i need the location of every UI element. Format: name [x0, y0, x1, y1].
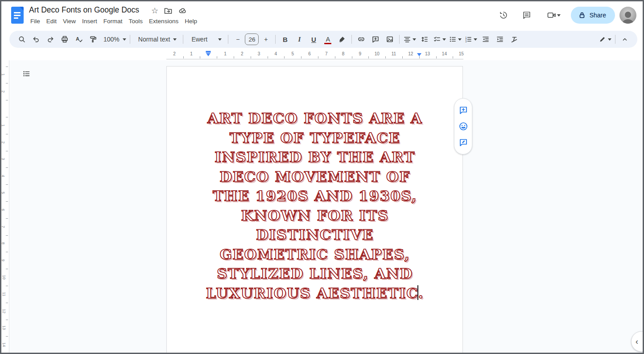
bold-button[interactable]: B: [279, 33, 291, 46]
hruler-number: 2: [241, 51, 244, 56]
highlight-color-button[interactable]: [336, 33, 348, 46]
search-menus-button[interactable]: [16, 33, 28, 46]
text-color-button[interactable]: A: [322, 33, 334, 46]
vruler-tick: [6, 83, 8, 83]
doc-line[interactable]: STYLIZED LINES, AND: [166, 264, 463, 284]
add-comment-button[interactable]: [370, 33, 381, 46]
increase-font-size-button[interactable]: +: [260, 33, 272, 46]
vruler-number: 8: [1, 242, 5, 245]
increase-indent-button[interactable]: [494, 33, 506, 46]
hruler-tick: [318, 56, 318, 58]
doc-line[interactable]: DECO MOVEMENT OF: [166, 167, 463, 187]
menu-item-file[interactable]: File: [27, 17, 43, 26]
hide-menus-button[interactable]: [619, 33, 631, 46]
share-button[interactable]: Share: [571, 7, 615, 24]
insert-image-button[interactable]: [384, 33, 396, 46]
paint-format-button[interactable]: [87, 33, 99, 46]
paragraph-style-select[interactable]: Normal text: [134, 33, 180, 46]
editing-mode-button[interactable]: [599, 33, 611, 46]
line-spacing-button[interactable]: [419, 33, 430, 46]
join-meet-button[interactable]: [541, 6, 566, 25]
hruler-tick: [368, 56, 369, 58]
version-history-button[interactable]: [494, 6, 513, 25]
decrease-font-size-button[interactable]: −: [232, 33, 244, 46]
toolbar-divider: [615, 35, 615, 44]
spelling-grammar-check-button[interactable]: A: [73, 33, 85, 46]
vruler-tick: [6, 67, 8, 67]
hruler-number: 9: [359, 51, 362, 56]
doc-line[interactable]: GEOMETRIC SHAPES,: [166, 245, 463, 265]
font-size-input[interactable]: 26: [245, 33, 259, 45]
left-indent-marker[interactable]: [206, 53, 211, 56]
checklist-button[interactable]: [433, 33, 446, 46]
document-text[interactable]: ART DECO FONTS ARE ATYPE OF TYPEFACEINSP…: [166, 109, 463, 303]
numbered-list-button[interactable]: 123: [464, 33, 477, 46]
hruler-tick: [234, 56, 234, 58]
paragraph-style-value: Normal text: [136, 36, 172, 43]
vertical-ruler[interactable]: 211234567891011121314: [1, 60, 9, 353]
menu-item-tools[interactable]: Tools: [126, 17, 146, 26]
user-avatar[interactable]: [619, 7, 636, 24]
doc-line[interactable]: ART DECO FONTS ARE A: [166, 109, 463, 129]
hruler-number: 1: [190, 51, 193, 56]
move-to-folder-icon[interactable]: [164, 6, 173, 15]
doc-line[interactable]: TYPE OF TYPEFACE: [166, 129, 463, 148]
vruler-tick: [6, 320, 8, 320]
doc-line[interactable]: LUXURIOUS AESTHETIC.: [166, 284, 463, 304]
toolbar-divider: [183, 35, 183, 44]
insert-link-button[interactable]: [355, 33, 367, 46]
vruler-number: 13: [2, 325, 6, 330]
horizontal-ruler[interactable]: 21123456789101112131415: [166, 50, 463, 60]
font-family-select[interactable]: Ewert: [187, 33, 224, 46]
toolbar-divider: [228, 35, 228, 44]
header: Art Deco Fonts on Google Docs ☆ FileEdit…: [1, 1, 643, 29]
menu-item-format[interactable]: Format: [100, 17, 126, 26]
vruler-tick: [6, 252, 8, 252]
hruler-tick: [419, 56, 420, 58]
add-comment-side-button[interactable]: [458, 104, 469, 116]
toolbar-divider: [130, 35, 130, 44]
right-indent-marker[interactable]: [417, 53, 421, 56]
zoom-caret: [123, 38, 126, 41]
menu-item-edit[interactable]: Edit: [43, 17, 60, 26]
meet-dropdown-caret[interactable]: [557, 14, 561, 17]
suggest-edits-button[interactable]: [458, 137, 469, 148]
hruler-tick: [352, 56, 352, 58]
hruler-number: 1: [224, 51, 227, 56]
print-button[interactable]: [59, 33, 70, 46]
font-family-value: Ewert: [190, 36, 209, 43]
doc-line[interactable]: THE 1920S AND 1930S,: [166, 187, 463, 206]
open-comments-button[interactable]: [517, 6, 536, 25]
menu-bar: FileEditViewInsertFormatToolsExtensionsH…: [27, 17, 200, 26]
emoji-reaction-button[interactable]: [458, 121, 469, 132]
zoom-value: 100%: [102, 36, 121, 43]
vruler-tick: [6, 353, 8, 354]
underline-button[interactable]: U: [308, 33, 319, 46]
hruler-tick: [301, 56, 301, 58]
menu-item-extensions[interactable]: Extensions: [146, 17, 182, 26]
doc-line[interactable]: INSPIRED BY THE ART: [166, 148, 463, 167]
menu-item-view[interactable]: View: [60, 17, 79, 26]
vruler-number: 7: [1, 225, 5, 228]
italic-button[interactable]: I: [293, 33, 305, 46]
clear-formatting-button[interactable]: [508, 33, 520, 46]
decrease-indent-button[interactable]: [480, 33, 491, 46]
doc-line[interactable]: KNOWN FOR ITS: [166, 206, 463, 226]
first-line-indent-marker[interactable]: [206, 51, 211, 53]
document-status-cloud-icon[interactable]: [178, 6, 187, 15]
menu-item-insert[interactable]: Insert: [79, 17, 100, 26]
google-docs-logo-icon[interactable]: [11, 7, 24, 24]
star-icon[interactable]: ☆: [151, 6, 158, 15]
share-button-label: Share: [590, 12, 606, 19]
redo-button[interactable]: [45, 33, 56, 46]
document-title[interactable]: Art Deco Fonts on Google Docs: [29, 5, 139, 15]
align-button[interactable]: [403, 33, 416, 46]
bulleted-list-button[interactable]: [449, 33, 462, 46]
doc-line[interactable]: DISTINCTIVE: [166, 225, 463, 245]
menu-item-help[interactable]: Help: [182, 17, 200, 26]
vruler-tick: [6, 218, 8, 219]
zoom-select[interactable]: 100%: [102, 33, 126, 46]
undo-button[interactable]: [30, 33, 42, 46]
show-document-outline-button[interactable]: [20, 67, 33, 80]
svg-text:A: A: [76, 36, 79, 42]
